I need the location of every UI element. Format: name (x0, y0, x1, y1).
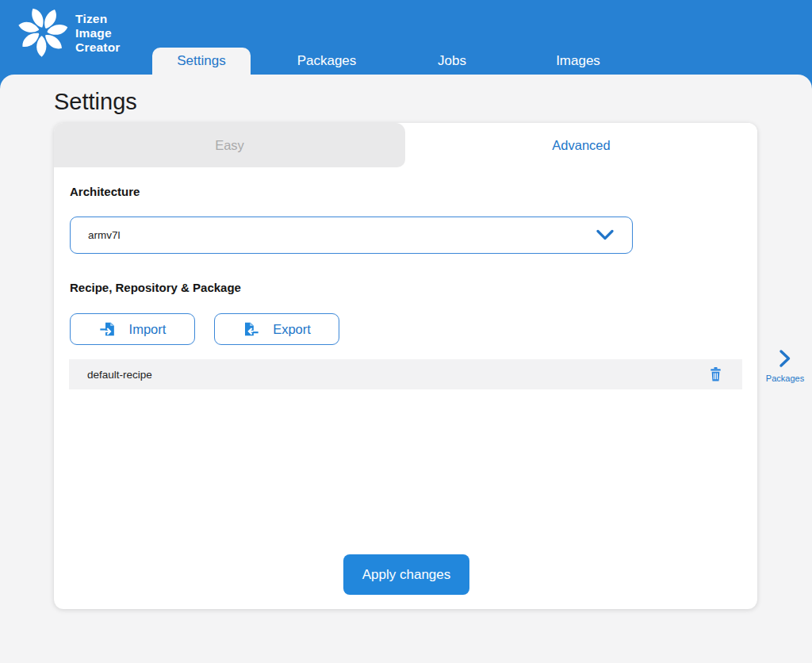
nav-tab-images[interactable]: Images (529, 48, 627, 75)
import-export-row: Import Export (70, 313, 339, 345)
export-button[interactable]: Export (214, 313, 339, 345)
recipe-name: default-recipe (87, 369, 152, 381)
chevron-down-icon (596, 229, 615, 241)
import-button[interactable]: Import (70, 313, 195, 345)
tizen-pinwheel-logo (16, 5, 70, 59)
architecture-label: Architecture (70, 185, 140, 198)
app-header: Tizen Image Creator Settings Packages Jo… (0, 0, 812, 75)
brand-line-1: Tizen (75, 12, 121, 26)
brand-line-2: Image (75, 26, 121, 40)
packages-drawer-label: Packages (766, 374, 804, 383)
app-window: Tizen Image Creator Settings Packages Jo… (0, 0, 812, 663)
tab-easy[interactable]: Easy (54, 123, 405, 167)
delete-recipe-trash-icon[interactable] (709, 367, 722, 381)
import-button-label: Import (129, 322, 167, 337)
settings-card: Easy Advanced Architecture armv7l Recipe… (54, 123, 757, 609)
mode-tab-bar: Easy Advanced (54, 123, 757, 167)
nav-tab-settings[interactable]: Settings (152, 48, 251, 75)
content-panel: Settings Easy Advanced Architecture armv… (0, 75, 812, 663)
chevron-right-icon (779, 349, 791, 368)
recipe-list-item: default-recipe (69, 359, 742, 389)
packages-drawer-toggle[interactable]: Packages (760, 349, 810, 390)
architecture-select[interactable]: armv7l (70, 217, 633, 254)
apply-changes-button[interactable]: Apply changes (343, 554, 469, 595)
nav-tab-jobs[interactable]: Jobs (403, 48, 501, 75)
page-title: Settings (54, 89, 137, 115)
import-file-icon (99, 321, 116, 337)
export-button-label: Export (273, 322, 311, 337)
nav-tab-packages[interactable]: Packages (278, 48, 376, 75)
brand-title: Tizen Image Creator (75, 12, 121, 55)
tab-advanced[interactable]: Advanced (405, 123, 757, 167)
brand-line-3: Creator (75, 40, 121, 55)
export-file-icon (243, 321, 259, 337)
recipe-section-label: Recipe, Repository & Package (70, 281, 241, 294)
architecture-selected-value: armv7l (88, 229, 121, 241)
